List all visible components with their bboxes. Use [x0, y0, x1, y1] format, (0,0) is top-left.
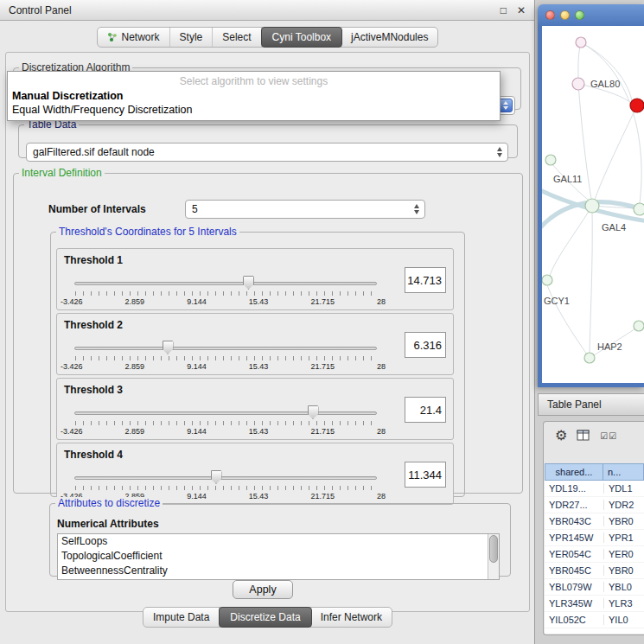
- slider-thumb[interactable]: [211, 470, 222, 484]
- threshold-3-panel: Threshold 3 -3.4262.8599.14415.4321.7152…: [56, 378, 454, 440]
- table-row[interactable]: YBL079WYBL0: [545, 579, 644, 596]
- slider-scale: -3.4262.8599.14415.4321.71528: [61, 362, 386, 371]
- cell-shared-name: YER054C: [545, 549, 603, 559]
- gear-icon[interactable]: ⚙: [555, 429, 567, 443]
- threshold-4-panel: Threshold 4 -3.4262.8599.14415.4321.7152…: [56, 443, 454, 505]
- table-row[interactable]: YDR27...YDR2: [545, 497, 644, 513]
- network-node[interactable]: [634, 321, 644, 331]
- close-icon[interactable]: ✕: [517, 5, 526, 16]
- window-title: Control Panel: [9, 4, 72, 16]
- columns-icon[interactable]: [577, 430, 590, 442]
- slider-track[interactable]: [74, 347, 377, 350]
- node-label-hap2: HAP2: [597, 341, 622, 352]
- table-data-select[interactable]: galFiltered.sif default node: [26, 143, 508, 162]
- slider-ticks: [75, 291, 376, 296]
- network-node-hap2[interactable]: [584, 353, 595, 363]
- network-node-gcy1[interactable]: [542, 275, 552, 285]
- tab-impute-data[interactable]: Impute Data: [143, 608, 220, 627]
- node-label-gcy1: GCY1: [544, 296, 570, 306]
- close-traffic-light-icon[interactable]: [545, 10, 555, 20]
- table-row[interactable]: YIL052CYIL0: [545, 612, 644, 628]
- table-row[interactable]: YPR145WYPR1: [545, 530, 644, 546]
- table-panel-title: Table Panel: [547, 399, 602, 411]
- group-label: Interval Definition: [19, 167, 105, 179]
- cell-shared-name: YIL052C: [545, 615, 603, 625]
- dropdown-placeholder-option[interactable]: Select algorithm to view settings: [8, 73, 500, 89]
- minimize-icon[interactable]: □: [501, 5, 507, 16]
- network-node-gal11[interactable]: [545, 155, 556, 165]
- cell-shared-name: YPR145W: [545, 532, 603, 543]
- list-item[interactable]: SelfLoops: [58, 534, 499, 549]
- select-columns-checkboxes-icon[interactable]: ☑☑: [600, 431, 617, 441]
- combo-arrows-icon: [412, 204, 420, 214]
- slider-thumb[interactable]: [163, 341, 174, 354]
- list-item[interactable]: TopologicalCoefficient: [58, 549, 499, 564]
- column-header-shared-name[interactable]: shared...: [545, 463, 603, 481]
- list-item[interactable]: BetweennessCentrality: [58, 564, 499, 578]
- table-header-row: shared... n...: [545, 463, 644, 481]
- network-tab-icon: [107, 32, 118, 42]
- scale-label: 9.144: [187, 297, 207, 306]
- slider-track[interactable]: [74, 411, 377, 415]
- threshold-4-value-field[interactable]: 11.344: [405, 462, 446, 488]
- list-scrollbar[interactable]: [488, 534, 499, 579]
- cell-shared-name: YDL19...: [545, 483, 603, 494]
- slider-thumb[interactable]: [308, 405, 319, 419]
- threshold-2-panel: Threshold 2 -3.4262.8599.14415.4321.7152…: [56, 313, 454, 375]
- tab-style[interactable]: Style: [170, 28, 214, 47]
- cell-name: YBR0: [603, 516, 644, 526]
- threshold-1-slider[interactable]: -3.4262.8599.14415.4321.71528: [74, 275, 377, 309]
- node-label-gal4: GAL4: [602, 222, 626, 233]
- threshold-2-value-field[interactable]: 6.316: [405, 332, 446, 358]
- slider-track[interactable]: [74, 476, 377, 480]
- table-row[interactable]: YBR043CYBR0: [545, 513, 644, 530]
- zoom-traffic-light-icon[interactable]: [575, 10, 584, 20]
- scale-label: 28: [377, 362, 386, 371]
- table-toolbar: ⚙ ☑☑: [544, 422, 644, 450]
- tab-cyni-toolbox[interactable]: Cyni Toolbox: [261, 27, 342, 48]
- table-row[interactable]: YBR045CYBR0: [545, 563, 644, 579]
- slider-thumb[interactable]: [243, 276, 254, 290]
- dropdown-option-manual-discretization[interactable]: Manual Discretization: [8, 89, 500, 103]
- combo-arrows-icon: [495, 147, 503, 157]
- dropdown-option-equal-width-frequency[interactable]: Equal Width/Frequency Discretization: [8, 103, 500, 117]
- slider-track[interactable]: [74, 282, 377, 285]
- table-row[interactable]: YDL19...YDL1: [545, 481, 644, 497]
- cell-name: YPR1: [603, 532, 644, 543]
- minimize-traffic-light-icon[interactable]: [560, 10, 570, 20]
- threshold-1-value-field[interactable]: 14.713: [405, 267, 446, 293]
- network-node[interactable]: [634, 203, 644, 215]
- tab-discretize-data[interactable]: Discretize Data: [219, 607, 311, 628]
- threshold-1-panel: Threshold 1 -3.4262.8599.14415.4321.7152…: [56, 248, 454, 310]
- threshold-3-value-field[interactable]: 21.4: [405, 397, 446, 423]
- scale-label: 2.859: [125, 427, 145, 436]
- num-intervals-select[interactable]: 5: [185, 200, 425, 219]
- node-label-gal80: GAL80: [590, 79, 620, 89]
- tab-network[interactable]: Network: [98, 28, 170, 47]
- threshold-label: Threshold 3: [64, 384, 123, 396]
- table-row[interactable]: YER054CYER0: [545, 546, 644, 563]
- threshold-label: Threshold 1: [64, 254, 123, 266]
- cell-name: YBR0: [603, 565, 644, 576]
- slider-ticks: [75, 421, 376, 425]
- scrollbar-thumb[interactable]: [489, 535, 498, 563]
- table-row[interactable]: YLR345WYLR3: [545, 596, 644, 612]
- tab-infer-network[interactable]: Infer Network: [311, 608, 392, 627]
- column-header-name[interactable]: n...: [603, 463, 644, 481]
- network-node-gal80[interactable]: [572, 78, 584, 90]
- tab-label: Infer Network: [321, 611, 382, 623]
- tab-select[interactable]: Select: [213, 28, 261, 47]
- network-node[interactable]: [576, 37, 586, 48]
- threshold-2-slider[interactable]: -3.4262.8599.14415.4321.71528: [74, 340, 377, 374]
- network-node-gal4[interactable]: [585, 199, 599, 213]
- scale-label: 21.715: [310, 297, 335, 306]
- network-node-selected-red[interactable]: [630, 99, 644, 112]
- scale-label: 21.715: [310, 427, 335, 436]
- scale-label: 15.43: [249, 427, 269, 436]
- apply-button[interactable]: Apply: [233, 580, 293, 599]
- algorithm-dropdown-popup: Select algorithm to view settings Manual…: [7, 71, 501, 121]
- tab-jactivemnodules[interactable]: jActiveMNodules: [341, 28, 437, 47]
- num-intervals-label: Number of Intervals: [48, 203, 146, 215]
- network-canvas[interactable]: GAL80 GAL11 GAL4 GCY1 HAP2: [542, 26, 644, 383]
- threshold-3-slider[interactable]: -3.4262.8599.14415.4321.71528: [74, 405, 377, 439]
